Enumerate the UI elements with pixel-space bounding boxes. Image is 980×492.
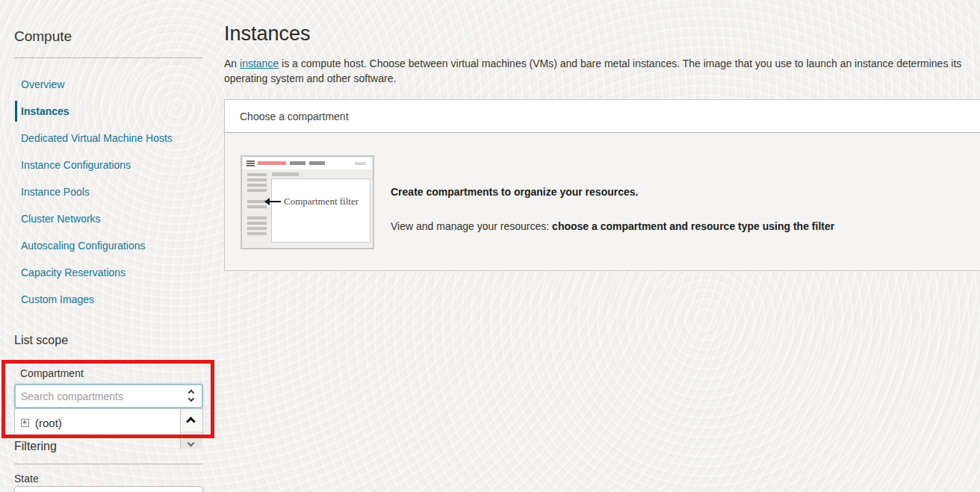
hamburger-icon (246, 161, 255, 166)
intro-suffix: is a compute host. Choose between virtua… (224, 57, 961, 84)
intro-prefix: An (224, 57, 240, 69)
sidebar-item-cluster-networks[interactable]: Cluster Networks (0, 205, 209, 232)
choose-compartment-panel: Choose a compartment (224, 99, 980, 271)
sidebar-item-instance-configurations[interactable]: Instance Configurations (0, 152, 209, 178)
sidebar-divider (14, 57, 202, 58)
instruction-bold: choose a compartment and resource type u… (552, 220, 834, 232)
illustration-dark-bar (290, 161, 306, 165)
illustration-red-bar (258, 161, 286, 165)
intro-paragraph: An instance is a compute host. Choose be… (224, 56, 976, 86)
compartment-filter-illustration: Compartment filter (241, 155, 374, 249)
panel-body: Compartment filter Create compartments t… (225, 133, 980, 270)
instance-link[interactable]: instance (240, 57, 279, 69)
sidebar-item-overview[interactable]: Overview (0, 71, 209, 98)
sidebar-item-dedicated-vm-hosts[interactable]: Dedicated Virtual Machine Hosts (0, 125, 209, 152)
sidebar-item-autoscaling-configurations[interactable]: Autoscaling Configurations (0, 232, 209, 259)
compartment-search-box (14, 384, 203, 408)
illustration-content-title (272, 172, 299, 176)
chevron-down-icon[interactable] (187, 440, 195, 447)
dropdown-scrollbar[interactable] (180, 409, 202, 449)
illustration-dark-bar (309, 161, 325, 165)
compartment-option-label: (root) (35, 417, 62, 429)
panel-bold-heading: Create compartments to organize your res… (391, 186, 638, 198)
compartment-label: Compartment (20, 367, 84, 379)
filtering-heading: Filtering (14, 440, 57, 453)
sidebar-item-capacity-reservations[interactable]: Capacity Reservations (0, 259, 209, 286)
illustration-light-bar (355, 162, 366, 165)
scroll-up-button[interactable] (181, 409, 202, 432)
sidebar: Compute Overview Instances Dedicated Vir… (0, 0, 218, 492)
panel-instruction-line: View and manage your resources: choose a… (391, 220, 834, 232)
list-scope-heading: List scope (14, 334, 68, 347)
compartment-search-input[interactable] (21, 385, 182, 407)
illustration-topbar (243, 158, 372, 169)
sidebar-nav: Overview Instances Dedicated Virtual Mac… (0, 71, 209, 313)
compartment-dropdown: (root) (14, 408, 203, 437)
filtering-divider (14, 464, 202, 464)
sidebar-title: Compute (14, 28, 72, 45)
illustration-caption: Compartment filter (284, 196, 359, 208)
illustration-sidebar-bars (247, 173, 267, 237)
sidebar-item-instances[interactable]: Instances (0, 98, 209, 125)
chevron-up-icon (186, 417, 196, 426)
chevron-up-down-icon[interactable] (187, 390, 195, 402)
sidebar-item-instance-pools[interactable]: Instance Pools (0, 178, 209, 205)
arrow-left-icon (270, 201, 281, 202)
expand-plus-icon[interactable] (21, 419, 29, 427)
compartment-option-root[interactable]: (root) (15, 409, 202, 436)
illustration-content-panel (271, 178, 370, 243)
instruction-normal: View and manage your resources: (391, 220, 552, 232)
page-title: Instances (224, 22, 311, 46)
state-select[interactable] (14, 486, 203, 492)
sidebar-item-custom-images[interactable]: Custom Images (0, 286, 209, 313)
state-label: State (14, 473, 39, 485)
panel-header: Choose a compartment (225, 100, 980, 133)
